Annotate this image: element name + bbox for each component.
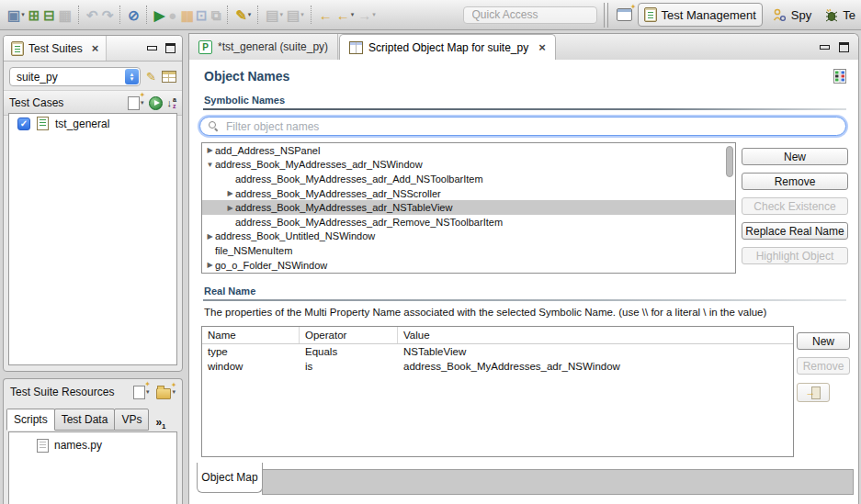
launch-aut-icon[interactable]: ▶	[153, 4, 167, 26]
pick-object-icon[interactable]: ⊘	[126, 4, 142, 26]
open-test-suite-icon[interactable]: ⊟	[41, 4, 57, 26]
toolbar-separator	[78, 6, 80, 24]
dropdown-caret-icon: ▾	[372, 11, 376, 18]
record-icon[interactable]: ●	[166, 4, 178, 26]
suite-selector-row: suite_py ▲▼ ✎	[4, 62, 182, 90]
tree-item[interactable]: ▶go_o_Folder_NSWindow	[202, 258, 735, 273]
perspective-test-center[interactable]: Te	[819, 4, 861, 26]
tree-item[interactable]: ▶add_Address_NSPanel	[202, 143, 735, 158]
test-suite-resources-view: Test Suite Resources ▾ ▾ ScriptsTest Dat…	[3, 378, 183, 504]
tree-item[interactable]: ▼address_Book_MyAddresses_adr_NSWindow	[202, 158, 735, 173]
table-cell: address_Book_MyAddresses_adr_NSWindow	[398, 361, 793, 372]
tab-scripts[interactable]: Scripts	[6, 409, 55, 431]
scrollbar-thumb[interactable]	[726, 146, 733, 177]
replace-real-name-button[interactable]: Replace Real Name	[742, 222, 848, 240]
object-map-editor: Object Names Symbolic Names	[189, 60, 858, 463]
column-header-name[interactable]: Name	[202, 327, 300, 343]
tab-test-suites[interactable]: Test Suites ×	[4, 36, 107, 61]
tree-expand-arrow-icon[interactable]: ▶	[205, 261, 215, 269]
tree-item[interactable]: address_Book_MyAddresses_adr_Remove_NSTo…	[202, 215, 735, 230]
pen-icon[interactable]: ✎▾	[233, 4, 253, 26]
highlight-object-button: Highlight Object	[742, 247, 848, 264]
run-configurations-icon[interactable]: ▤▾	[264, 4, 285, 26]
open-perspective-button[interactable]	[615, 4, 634, 26]
close-icon[interactable]: ×	[92, 42, 99, 54]
forward-icon[interactable]: →▾	[356, 4, 378, 26]
back-new-icon[interactable]: ←	[317, 4, 334, 26]
column-header-operator[interactable]: Operator	[300, 327, 398, 343]
table-cell: is	[300, 361, 398, 372]
undo-icon[interactable]: ↶	[85, 4, 100, 26]
debug-configurations-icon[interactable]: ▤▾	[285, 4, 306, 26]
new-file-button[interactable]: ▾	[133, 386, 150, 399]
tab-overflow-indicator[interactable]: »1	[153, 416, 168, 431]
tab-test-data[interactable]: Test Data	[54, 409, 116, 431]
tree-item[interactable]: address_Book_MyAddresses_adr_Add_NSToolb…	[202, 172, 735, 186]
maximize-icon[interactable]	[839, 42, 849, 52]
redo-icon[interactable]: ↷	[100, 4, 116, 26]
minimize-icon[interactable]	[147, 46, 157, 50]
table-row[interactable]: windowisaddress_Book_MyAddresses_adr_NSW…	[202, 359, 793, 374]
tab-object-map[interactable]: Object Map	[197, 463, 263, 493]
tab-vps[interactable]: VPs	[114, 409, 149, 431]
new-button[interactable]: New	[742, 148, 848, 165]
tree-item[interactable]: ▶address_Book_MyAddresses_adr_NSScroller	[202, 186, 735, 201]
tree-expand-arrow-icon[interactable]: ▼	[205, 161, 215, 169]
perspective-label: Test Management	[662, 8, 756, 22]
new-test-case-button[interactable]: ▾	[128, 96, 144, 110]
tree-scrollbar[interactable]	[726, 144, 734, 272]
column-header-value[interactable]: Value	[398, 327, 793, 343]
tree-expand-arrow-icon[interactable]: ▶	[205, 146, 215, 154]
open-perspective-icon	[617, 8, 632, 21]
suite-selector[interactable]: suite_py ▲▼	[9, 67, 141, 86]
run-test-suite-icon[interactable]	[149, 96, 163, 110]
new-folder-button[interactable]: ▾	[156, 386, 176, 399]
maximize-icon[interactable]	[165, 43, 176, 53]
paste-real-name-button[interactable]	[797, 383, 830, 402]
python-file-icon: P	[198, 40, 212, 54]
suite-config-icon[interactable]	[162, 71, 176, 83]
save-icon[interactable]: ▦	[57, 4, 74, 26]
filter-field[interactable]	[199, 117, 846, 136]
resources-file-list: names.py	[8, 431, 177, 504]
remove-real-name-button: Remove	[797, 357, 850, 375]
new-test-case-icon	[128, 96, 140, 110]
back-icon[interactable]: ←▾	[334, 4, 357, 26]
sort-az-icon[interactable]: ↓az	[167, 96, 176, 109]
pause-icon[interactable]: ▮▮	[178, 4, 194, 26]
quick-access-input[interactable]	[463, 6, 597, 24]
test-case-checkbox[interactable]	[17, 118, 30, 130]
perspective-spy[interactable]: Spy	[766, 4, 817, 26]
table-row[interactable]: typeEqualsNSTableView	[202, 344, 793, 359]
tree-item[interactable]: ▶address_Book_MyAddresses_adr_NSTableVie…	[202, 200, 735, 215]
tree-item-label: go_o_Folder_NSWindow	[215, 260, 327, 271]
new-real-name-button[interactable]: New	[797, 332, 850, 350]
file-icon	[37, 439, 49, 453]
suite-settings-icon[interactable]: ✎	[146, 71, 156, 83]
tree-item[interactable]: ▶address_Book_Untitled_NSWindow	[202, 230, 735, 244]
remove-button[interactable]: Remove	[742, 173, 848, 190]
new-test-suite-icon[interactable]: ▣▾	[6, 4, 27, 26]
perspective-test-management[interactable]: Test Management	[638, 3, 763, 27]
object-map-mode-icon[interactable]	[833, 69, 846, 86]
editor-tab-tst-general-suite-py[interactable]: P*tst_general (suite_py)	[189, 34, 338, 60]
section-separator	[203, 299, 846, 301]
editor-tab-scripted-object-map-for-suite-py[interactable]: Scripted Object Map for suite_py×	[339, 34, 556, 60]
dropdown-caret-icon: ▾	[21, 11, 25, 18]
tree-item[interactable]: file_NSMenuItem	[202, 243, 735, 258]
filter-input[interactable]	[224, 119, 845, 134]
combo-stepper-icon[interactable]: ▲▼	[125, 69, 139, 84]
file-item[interactable]: names.py	[9, 436, 176, 454]
minimize-icon[interactable]	[820, 45, 830, 50]
windows-icon[interactable]: ⧉	[209, 4, 222, 26]
tree-expand-arrow-icon[interactable]: ▶	[205, 232, 215, 241]
test-case-item[interactable]: tst_general	[9, 114, 176, 133]
test-suites-view: Test Suites × suite_py ▲▼ ✎ Test Cases ▾	[3, 35, 183, 372]
tree-expand-arrow-icon[interactable]: ▶	[225, 204, 235, 212]
dropdown-caret-icon: ▾	[146, 388, 150, 396]
import-test-resource-icon[interactable]: ⊞	[27, 4, 42, 26]
tree-item-label: add_Address_NSPanel	[215, 145, 320, 156]
snapshot-icon[interactable]: ⊡	[194, 4, 210, 26]
tree-expand-arrow-icon[interactable]: ▶	[225, 189, 235, 197]
close-icon[interactable]: ×	[538, 41, 546, 53]
